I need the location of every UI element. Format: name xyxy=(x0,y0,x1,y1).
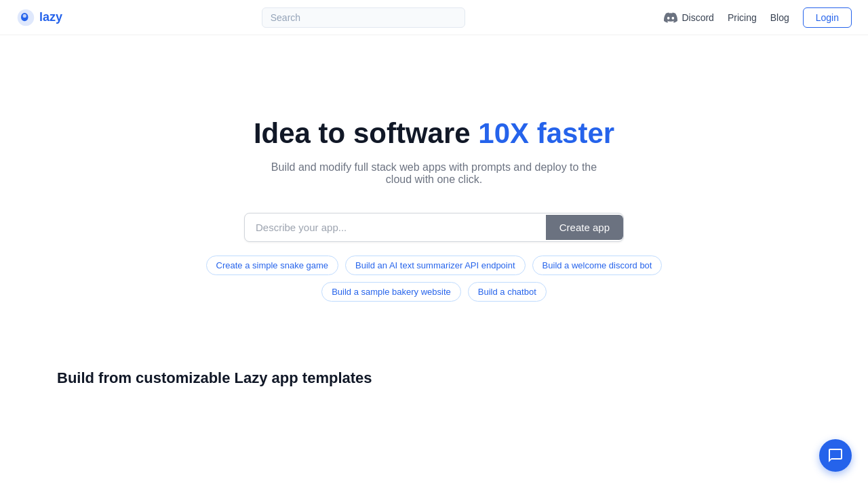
pricing-label: Pricing xyxy=(728,12,757,23)
app-describe-input[interactable] xyxy=(245,214,546,241)
chat-icon xyxy=(827,447,844,464)
nav-links: Discord Pricing Blog Login xyxy=(664,7,852,28)
suggestion-chip-2[interactable]: Build a welcome discord bot xyxy=(532,256,663,275)
logo-icon xyxy=(16,8,35,27)
app-input-container: Create app xyxy=(244,213,624,242)
svg-point-2 xyxy=(23,14,26,17)
suggestion-chip-3[interactable]: Build a sample bakery website xyxy=(321,282,461,302)
hero-section: Idea to software 10X faster Build and mo… xyxy=(0,35,868,342)
pricing-link[interactable]: Pricing xyxy=(728,12,757,23)
search-input[interactable] xyxy=(262,7,465,28)
hero-subtitle: Build and modify full stack web apps wit… xyxy=(258,161,610,186)
login-button[interactable]: Login xyxy=(803,7,852,28)
create-app-button[interactable]: Create app xyxy=(546,215,623,240)
discord-link[interactable]: Discord xyxy=(664,11,713,24)
hero-title: Idea to software 10X faster xyxy=(254,117,614,150)
suggestion-chip-0[interactable]: Create a simple snake game xyxy=(206,256,338,275)
hero-title-accent: 10X faster xyxy=(478,117,614,149)
logo-link[interactable]: lazy xyxy=(16,8,62,27)
suggestions-container: Create a simple snake game Build an AI t… xyxy=(197,256,671,302)
discord-icon xyxy=(664,11,677,24)
discord-label: Discord xyxy=(682,12,713,23)
bottom-section: Build from customizable Lazy app templat… xyxy=(0,342,868,401)
chat-fab-button[interactable] xyxy=(819,439,852,472)
suggestion-chip-1[interactable]: Build an AI text summarizer API endpoint xyxy=(345,256,526,275)
suggestion-chip-4[interactable]: Build a chatbot xyxy=(468,282,547,302)
blog-link[interactable]: Blog xyxy=(770,12,789,23)
search-container xyxy=(262,7,465,28)
logo-text: lazy xyxy=(39,10,62,24)
navbar: lazy Discord Pricing Blog Login xyxy=(0,0,868,35)
blog-label: Blog xyxy=(770,12,789,23)
section-title: Build from customizable Lazy app templat… xyxy=(16,369,852,387)
hero-title-text: Idea to software xyxy=(254,117,478,149)
